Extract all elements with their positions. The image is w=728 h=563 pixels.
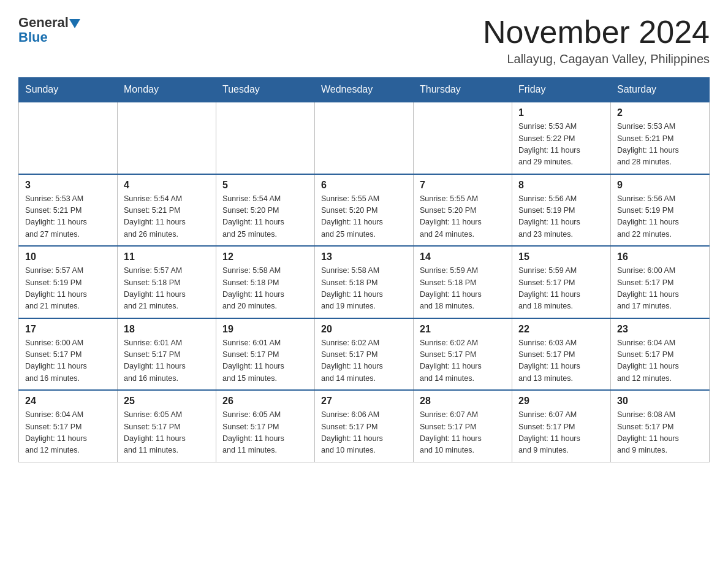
calendar-cell: 27Sunrise: 6:06 AM Sunset: 5:17 PM Dayli…: [315, 390, 414, 462]
calendar-cell: 5Sunrise: 5:54 AM Sunset: 5:20 PM Daylig…: [216, 174, 315, 247]
day-number: 27: [321, 396, 407, 407]
week-row-2: 3Sunrise: 5:53 AM Sunset: 5:21 PM Daylig…: [19, 174, 710, 247]
logo-blue-text: Blue: [18, 29, 80, 45]
weekday-header-friday: Friday: [512, 78, 611, 102]
day-info: Sunrise: 6:01 AM Sunset: 5:17 PM Dayligh…: [222, 337, 308, 385]
calendar-cell: 1Sunrise: 5:53 AM Sunset: 5:22 PM Daylig…: [512, 102, 611, 174]
day-info: Sunrise: 5:55 AM Sunset: 5:20 PM Dayligh…: [420, 193, 506, 241]
calendar-cell: 16Sunrise: 6:00 AM Sunset: 5:17 PM Dayli…: [611, 246, 710, 318]
calendar-cell: 3Sunrise: 5:53 AM Sunset: 5:21 PM Daylig…: [19, 174, 118, 247]
day-number: 4: [124, 180, 210, 191]
week-row-4: 17Sunrise: 6:00 AM Sunset: 5:17 PM Dayli…: [19, 318, 710, 391]
day-number: 26: [222, 396, 308, 407]
day-info: Sunrise: 5:56 AM Sunset: 5:19 PM Dayligh…: [518, 193, 604, 241]
calendar-table: SundayMondayTuesdayWednesdayThursdayFrid…: [18, 77, 710, 462]
day-number: 18: [124, 324, 210, 335]
day-info: Sunrise: 6:00 AM Sunset: 5:17 PM Dayligh…: [25, 337, 111, 385]
calendar-cell: [118, 102, 216, 174]
day-number: 2: [617, 107, 703, 118]
day-info: Sunrise: 6:03 AM Sunset: 5:17 PM Dayligh…: [518, 337, 604, 385]
day-number: 5: [222, 180, 308, 191]
calendar-cell: 10Sunrise: 5:57 AM Sunset: 5:19 PM Dayli…: [19, 246, 118, 318]
logo: General Blue: [18, 15, 80, 45]
day-number: 23: [617, 324, 703, 335]
day-number: 14: [420, 251, 506, 262]
weekday-header-monday: Monday: [118, 78, 216, 102]
day-info: Sunrise: 6:05 AM Sunset: 5:17 PM Dayligh…: [222, 409, 308, 457]
day-number: 8: [518, 180, 604, 191]
weekday-header-saturday: Saturday: [611, 78, 710, 102]
day-number: 7: [420, 180, 506, 191]
weekday-header-sunday: Sunday: [19, 78, 118, 102]
day-number: 12: [222, 251, 308, 262]
day-info: Sunrise: 6:07 AM Sunset: 5:17 PM Dayligh…: [518, 409, 604, 457]
calendar-cell: 22Sunrise: 6:03 AM Sunset: 5:17 PM Dayli…: [512, 318, 611, 391]
day-info: Sunrise: 5:54 AM Sunset: 5:20 PM Dayligh…: [222, 193, 308, 241]
day-info: Sunrise: 6:01 AM Sunset: 5:17 PM Dayligh…: [124, 337, 210, 385]
day-number: 15: [518, 251, 604, 262]
day-number: 19: [222, 324, 308, 335]
calendar-cell: [216, 102, 315, 174]
weekday-header-tuesday: Tuesday: [216, 78, 315, 102]
day-number: 17: [25, 324, 111, 335]
day-info: Sunrise: 5:53 AM Sunset: 5:21 PM Dayligh…: [25, 193, 111, 241]
page-header: General Blue November 2024 Lallayug, Cag…: [18, 15, 710, 66]
week-row-3: 10Sunrise: 5:57 AM Sunset: 5:19 PM Dayli…: [19, 246, 710, 318]
calendar-cell: 26Sunrise: 6:05 AM Sunset: 5:17 PM Dayli…: [216, 390, 315, 462]
day-number: 22: [518, 324, 604, 335]
day-number: 13: [321, 251, 407, 262]
calendar-cell: 12Sunrise: 5:58 AM Sunset: 5:18 PM Dayli…: [216, 246, 315, 318]
day-info: Sunrise: 5:55 AM Sunset: 5:20 PM Dayligh…: [321, 193, 407, 241]
day-info: Sunrise: 5:59 AM Sunset: 5:17 PM Dayligh…: [518, 265, 604, 313]
calendar-cell: 20Sunrise: 6:02 AM Sunset: 5:17 PM Dayli…: [315, 318, 414, 391]
calendar-cell: 8Sunrise: 5:56 AM Sunset: 5:19 PM Daylig…: [512, 174, 611, 247]
logo-general-text: General: [18, 15, 69, 31]
calendar-title-block: November 2024 Lallayug, Cagayan Valley, …: [483, 15, 710, 66]
calendar-cell: 4Sunrise: 5:54 AM Sunset: 5:21 PM Daylig…: [118, 174, 216, 247]
month-year-title: November 2024: [483, 15, 710, 50]
day-number: 29: [518, 396, 604, 407]
calendar-cell: 30Sunrise: 6:08 AM Sunset: 5:17 PM Dayli…: [611, 390, 710, 462]
day-info: Sunrise: 5:53 AM Sunset: 5:21 PM Dayligh…: [617, 121, 703, 169]
calendar-cell: 9Sunrise: 5:56 AM Sunset: 5:19 PM Daylig…: [611, 174, 710, 247]
calendar-cell: 25Sunrise: 6:05 AM Sunset: 5:17 PM Dayli…: [118, 390, 216, 462]
calendar-cell: 15Sunrise: 5:59 AM Sunset: 5:17 PM Dayli…: [512, 246, 611, 318]
day-info: Sunrise: 6:00 AM Sunset: 5:17 PM Dayligh…: [617, 265, 703, 313]
calendar-cell: 7Sunrise: 5:55 AM Sunset: 5:20 PM Daylig…: [414, 174, 512, 247]
day-number: 9: [617, 180, 703, 191]
day-info: Sunrise: 5:53 AM Sunset: 5:22 PM Dayligh…: [518, 121, 604, 169]
day-info: Sunrise: 5:54 AM Sunset: 5:21 PM Dayligh…: [124, 193, 210, 241]
day-info: Sunrise: 5:58 AM Sunset: 5:18 PM Dayligh…: [222, 265, 308, 313]
logo-triangle-icon: [69, 19, 80, 28]
calendar-cell: 24Sunrise: 6:04 AM Sunset: 5:17 PM Dayli…: [19, 390, 118, 462]
day-info: Sunrise: 6:08 AM Sunset: 5:17 PM Dayligh…: [617, 409, 703, 457]
week-row-5: 24Sunrise: 6:04 AM Sunset: 5:17 PM Dayli…: [19, 390, 710, 462]
day-info: Sunrise: 5:57 AM Sunset: 5:19 PM Dayligh…: [25, 265, 111, 313]
day-number: 21: [420, 324, 506, 335]
day-info: Sunrise: 6:02 AM Sunset: 5:17 PM Dayligh…: [321, 337, 407, 385]
weekday-header-row: SundayMondayTuesdayWednesdayThursdayFrid…: [19, 78, 710, 102]
day-number: 3: [25, 180, 111, 191]
day-number: 16: [617, 251, 703, 262]
day-number: 25: [124, 396, 210, 407]
week-row-1: 1Sunrise: 5:53 AM Sunset: 5:22 PM Daylig…: [19, 102, 710, 174]
day-info: Sunrise: 6:06 AM Sunset: 5:17 PM Dayligh…: [321, 409, 407, 457]
day-info: Sunrise: 6:02 AM Sunset: 5:17 PM Dayligh…: [420, 337, 506, 385]
calendar-cell: 19Sunrise: 6:01 AM Sunset: 5:17 PM Dayli…: [216, 318, 315, 391]
day-number: 28: [420, 396, 506, 407]
day-number: 10: [25, 251, 111, 262]
calendar-cell: 28Sunrise: 6:07 AM Sunset: 5:17 PM Dayli…: [414, 390, 512, 462]
weekday-header-wednesday: Wednesday: [315, 78, 414, 102]
day-info: Sunrise: 5:57 AM Sunset: 5:18 PM Dayligh…: [124, 265, 210, 313]
calendar-cell: 6Sunrise: 5:55 AM Sunset: 5:20 PM Daylig…: [315, 174, 414, 247]
calendar-cell: 11Sunrise: 5:57 AM Sunset: 5:18 PM Dayli…: [118, 246, 216, 318]
day-info: Sunrise: 6:04 AM Sunset: 5:17 PM Dayligh…: [617, 337, 703, 385]
location-subtitle: Lallayug, Cagayan Valley, Philippines: [483, 52, 710, 66]
day-number: 11: [124, 251, 210, 262]
day-info: Sunrise: 6:07 AM Sunset: 5:17 PM Dayligh…: [420, 409, 506, 457]
calendar-cell: 14Sunrise: 5:59 AM Sunset: 5:18 PM Dayli…: [414, 246, 512, 318]
calendar-cell: 21Sunrise: 6:02 AM Sunset: 5:17 PM Dayli…: [414, 318, 512, 391]
weekday-header-thursday: Thursday: [414, 78, 512, 102]
day-info: Sunrise: 5:59 AM Sunset: 5:18 PM Dayligh…: [420, 265, 506, 313]
day-info: Sunrise: 5:56 AM Sunset: 5:19 PM Dayligh…: [617, 193, 703, 241]
